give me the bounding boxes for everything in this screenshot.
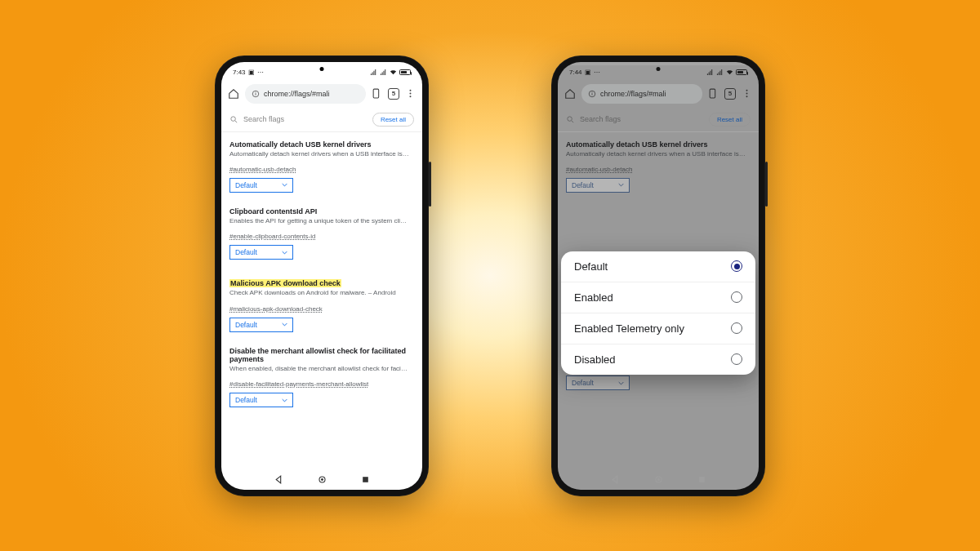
tab-switcher[interactable]: 5 [724,88,736,100]
status-app-icon: ▣ [248,69,255,76]
reset-all-button[interactable]: Reset all [709,113,751,127]
option-default[interactable]: Default [561,251,755,282]
flag-item: Clipboard contentsId API Enables the API… [229,199,414,266]
browser-toolbar: chrome://flags/#mali 5 [558,80,759,108]
radio-icon [731,291,742,303]
screen: 7:43 ▣ ⋯ chrome://flags/#mali 5 [221,62,422,490]
wifi-icon [726,69,733,76]
svg-point-16 [746,90,748,91]
battery-icon [736,69,747,75]
flag-options-popup: Default Enabled Enabled Telemetry only D… [561,251,755,375]
flag-item: Automatically detach USB kernel drivers … [566,132,751,199]
svg-point-17 [746,93,748,95]
flag-description: Automatically detach kernel drivers when… [229,150,414,158]
url-field[interactable]: chrome://flags/#mali [581,84,702,104]
radio-icon [731,322,742,334]
screen: 7:44 ▣ ⋯ chrome://flags/#mali 5 [558,62,759,490]
svg-point-10 [321,478,323,481]
flag-item: Automatically detach USB kernel drivers … [229,132,414,199]
flag-dropdown[interactable]: Default [229,318,293,332]
svg-point-7 [231,116,236,121]
flag-dropdown[interactable]: Default [229,393,293,407]
svg-point-18 [746,96,748,97]
chevron-down-icon [282,182,287,188]
home-icon[interactable] [228,88,239,100]
phone-right: 7:44 ▣ ⋯ chrome://flags/#mali 5 [551,56,765,496]
url-text: chrome://flags/#mali [600,90,666,98]
recents-icon[interactable] [361,475,370,484]
menu-icon[interactable] [405,88,416,99]
svg-point-14 [592,91,593,92]
svg-rect-13 [592,93,593,96]
option-label: Disabled [574,353,616,366]
status-time: 7:44 [569,69,582,76]
info-icon [588,90,596,98]
signal-icon [716,69,724,76]
flag-hash[interactable]: #malicious-apk-download-check [229,305,323,313]
option-enabled-telemetry[interactable]: Enabled Telemetry only [561,313,755,344]
tab-switcher[interactable]: 5 [388,88,399,100]
flags-list[interactable]: Automatically detach USB kernel drivers … [221,132,422,470]
option-label: Enabled Telemetry only [574,322,684,335]
flags-search-bar: Search flags Reset all [558,108,759,132]
flag-hash[interactable]: #automatic-usb-detach [229,166,296,173]
flag-hash[interactable]: #enable-clipboard-contents-id [229,233,315,240]
back-icon[interactable] [611,475,620,484]
url-field[interactable]: chrome://flags/#mali [245,84,366,104]
chevron-down-icon [282,322,287,327]
translate-icon[interactable] [372,88,382,99]
svg-line-20 [572,120,573,122]
flag-item: Malicious APK download check Check APK d… [229,266,414,338]
flag-hash[interactable]: #disable-facilitated-payments-merchant-a… [229,380,368,388]
option-label: Enabled [574,291,613,304]
search-icon [229,115,238,124]
flag-title-highlighted: Malicious APK download check [229,279,341,287]
battery-icon [399,69,411,75]
svg-point-5 [410,93,412,95]
status-bar: 7:44 ▣ ⋯ [558,65,759,80]
flag-dropdown: Default [566,178,630,193]
option-label: Default [574,260,608,273]
svg-point-6 [410,96,412,97]
search-input[interactable]: Search flags [566,115,702,124]
flag-description: Check APK downloads on Android for malwa… [229,289,414,297]
svg-point-4 [410,90,412,91]
flag-title: Automatically detach USB kernel drivers [566,140,751,149]
status-time: 7:43 [233,69,246,76]
svg-point-22 [657,478,660,481]
flag-title: Automatically detach USB kernel drivers [229,140,414,149]
status-more: ⋯ [257,69,264,76]
search-input[interactable]: Search flags [229,115,366,124]
translate-icon[interactable] [708,88,719,99]
android-nav-bar [558,470,759,490]
flag-dropdown: Default [566,375,630,390]
camera-notch [320,67,324,71]
svg-point-2 [256,91,256,92]
flag-hash: #automatic-usb-detach [566,166,632,173]
home-icon[interactable] [564,88,576,100]
android-nav-bar [221,470,422,490]
signal-icon [380,69,387,76]
search-placeholder: Search flags [580,115,621,123]
flag-dropdown[interactable]: Default [229,178,293,193]
browser-toolbar: chrome://flags/#mali 5 [221,80,422,108]
back-icon[interactable] [274,475,283,484]
signal-icon [370,69,377,76]
svg-line-8 [235,120,237,122]
option-enabled[interactable]: Enabled [561,282,755,313]
flag-dropdown[interactable]: Default [229,245,293,260]
svg-rect-15 [710,89,715,98]
flag-title: Clipboard contentsId API [229,207,414,216]
flag-description: Enables the API for getting a unique tok… [229,217,414,225]
recents-icon[interactable] [697,475,706,484]
svg-point-19 [568,116,572,121]
chevron-down-icon [282,250,287,256]
home-nav-icon[interactable] [318,475,327,484]
home-nav-icon[interactable] [654,475,663,484]
menu-icon[interactable] [742,88,752,99]
option-disabled[interactable]: Disabled [561,344,755,375]
chevron-down-icon [282,398,287,403]
svg-rect-3 [373,89,379,98]
chevron-down-icon [618,182,624,188]
reset-all-button[interactable]: Reset all [372,113,414,127]
